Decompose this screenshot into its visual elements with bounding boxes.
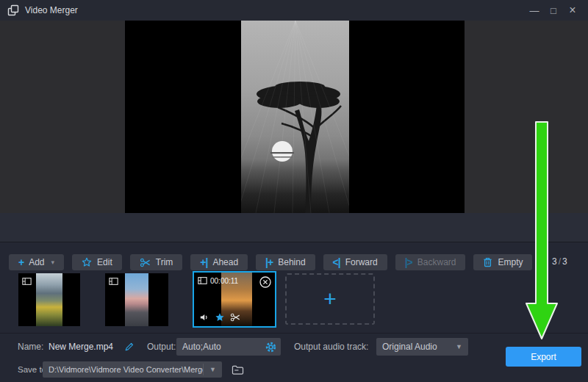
ahead-button[interactable]: +| Ahead [190, 254, 248, 270]
film-icon [22, 277, 32, 286]
lower-panel: + Add ▾ Edit Trim +| Ahead |+ Behind <| [0, 243, 588, 382]
clip-3-sunset-tree-selected[interactable]: 00:00:11 [193, 271, 276, 328]
clip-toolbar: + Add ▾ Edit Trim +| Ahead |+ Behind <| [9, 254, 532, 270]
gear-icon[interactable] [265, 341, 281, 353]
remove-clip-icon[interactable] [259, 276, 271, 288]
clip-1-mountain[interactable] [18, 273, 80, 326]
clip-duration: 00:00:11 [210, 277, 238, 285]
audio-track-label: Output audio track: [294, 338, 368, 356]
clip-counter: 3/3 [552, 256, 567, 267]
forward-button[interactable]: <| Forward [323, 254, 387, 270]
minimize-button[interactable]: — [525, 0, 544, 21]
audio-track-dropdown[interactable]: Original Audio ▼ [376, 338, 468, 356]
close-button[interactable]: × [563, 0, 582, 21]
clip-audio-icon[interactable] [198, 312, 209, 322]
move-forward-icon: <| [333, 257, 340, 267]
output-format-value: Auto;Auto [176, 342, 265, 352]
edit-button[interactable]: Edit [72, 254, 122, 270]
chevron-down-icon: ▾ [51, 259, 55, 266]
merge-windows-icon [7, 4, 19, 16]
video-merger-window: Video Merger — □ × [0, 0, 588, 382]
clip-2-sky-road[interactable] [105, 273, 168, 326]
preview-panel [0, 21, 588, 213]
output-label: Output: [147, 338, 176, 356]
plus-icon: + [18, 257, 24, 267]
window-controls: — □ × [525, 0, 582, 21]
magic-star-icon [82, 257, 92, 267]
empty-button[interactable]: Empty [473, 254, 532, 270]
merge-name-value: New Merge.mp4 [49, 338, 113, 356]
add-clip-plus-icon: + [323, 288, 337, 310]
window-title: Video Merger [25, 5, 78, 15]
scissors-icon [140, 257, 151, 268]
trim-button[interactable]: Trim [130, 254, 183, 270]
video-viewport[interactable] [125, 21, 465, 213]
clip-trim-scissors-icon[interactable] [230, 312, 240, 322]
title-bar: Video Merger — □ × [0, 0, 588, 21]
chevron-down-icon: ▼ [204, 366, 222, 373]
insert-ahead-icon: +| [200, 257, 207, 267]
chevron-down-icon: ▼ [450, 343, 468, 350]
playback-bar: 00:00:24.15/00:00:40.08 [0, 213, 588, 242]
rename-pencil-icon[interactable] [123, 341, 135, 353]
audio-track-value: Original Audio [376, 342, 450, 352]
insert-behind-icon: |+ [265, 257, 273, 267]
behind-button[interactable]: |+ Behind [256, 254, 315, 270]
film-icon [198, 276, 207, 285]
divider [0, 333, 588, 334]
trash-icon [483, 257, 492, 267]
video-frame-tree-scene [241, 21, 349, 213]
browse-folder-icon[interactable] [229, 362, 246, 377]
export-button[interactable]: Export [506, 347, 581, 367]
add-clip-dropzone[interactable]: + [285, 273, 375, 325]
add-button[interactable]: + Add ▾ [9, 254, 64, 270]
name-label: Name: [18, 338, 43, 356]
save-to-dropdown[interactable]: D:\Vidmore\Vidmore Video Converter\Merge… [43, 361, 222, 378]
backward-button[interactable]: |> Backward [395, 254, 466, 270]
maximize-button[interactable]: □ [544, 0, 563, 21]
film-icon [109, 277, 118, 286]
move-backward-icon: |> [405, 257, 412, 267]
output-format-field[interactable]: Auto;Auto [176, 338, 281, 356]
save-to-path: D:\Vidmore\Vidmore Video Converter\Merge… [43, 365, 203, 374]
clip-effect-star-icon[interactable] [215, 312, 225, 322]
